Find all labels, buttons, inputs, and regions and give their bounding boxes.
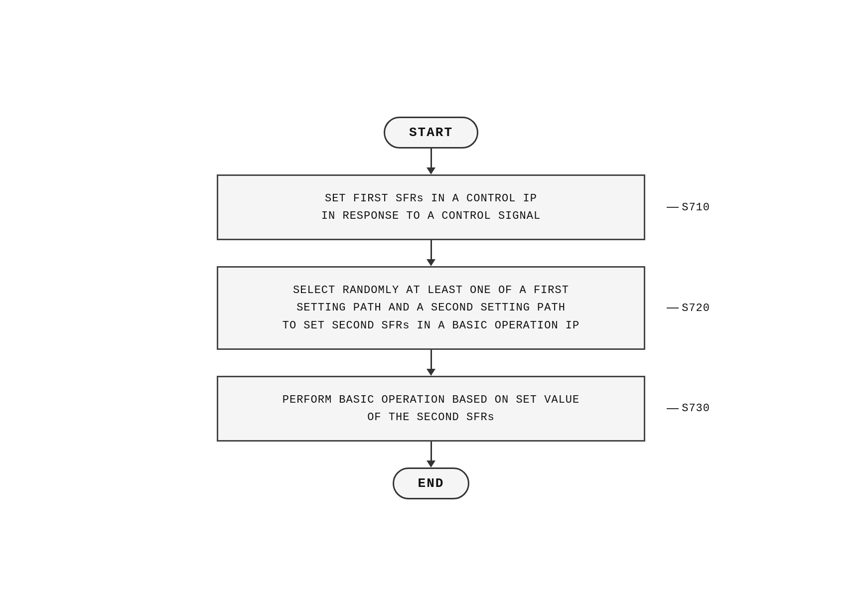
step-s730-line1: PERFORM BASIC OPERATION BASED ON SET VAL… [283, 394, 580, 406]
arrow-2 [427, 240, 435, 266]
arrow-4 [427, 442, 435, 467]
step-s710-box: SET FIRST SFRs IN A CONTROL IP IN RESPON… [217, 174, 645, 240]
start-capsule: START [384, 117, 478, 149]
step-s720-label: S720 [667, 302, 710, 314]
step-s720-line2: SETTING PATH AND A SECOND SETTING PATH [296, 302, 566, 314]
step-s710-wrapper: SET FIRST SFRs IN A CONTROL IP IN RESPON… [217, 174, 645, 240]
step-s720-line3: TO SET SECOND SFRs IN A BASIC OPERATION … [283, 319, 580, 332]
step-s720-line1: SELECT RANDOMLY AT LEAST ONE OF A FIRST [293, 284, 569, 297]
step-s720-wrapper: SELECT RANDOMLY AT LEAST ONE OF A FIRST … [217, 266, 645, 350]
step-s710-line2: IN RESPONSE TO A CONTROL SIGNAL [321, 210, 541, 222]
step-s730-line2: OF THE SECOND SFRs [367, 411, 495, 424]
arrow-1 [427, 149, 435, 174]
arrow-3 [427, 350, 435, 376]
flowchart: START SET FIRST SFRs IN A CONTROL IP IN … [157, 117, 705, 499]
step-s730-box: PERFORM BASIC OPERATION BASED ON SET VAL… [217, 376, 645, 442]
step-s730-label: S730 [667, 402, 710, 415]
step-s710-line1: SET FIRST SFRs IN A CONTROL IP [325, 192, 537, 205]
step-s710-label: S710 [667, 201, 710, 214]
end-capsule: END [393, 467, 470, 499]
step-s720-box: SELECT RANDOMLY AT LEAST ONE OF A FIRST … [217, 266, 645, 350]
step-s730-wrapper: PERFORM BASIC OPERATION BASED ON SET VAL… [217, 376, 645, 442]
